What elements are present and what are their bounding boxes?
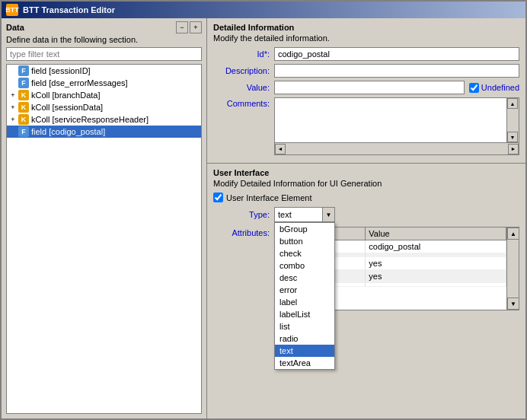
- window-title: BTT Transaction Editor: [23, 5, 115, 14]
- tree-badge-f: F: [18, 78, 29, 88]
- dropdown-item-text[interactable]: text: [275, 345, 334, 357]
- tree-badge-f: F: [18, 126, 29, 137]
- comments-textarea[interactable]: [274, 97, 507, 143]
- attributes-scrollbar: ▲ ▼: [506, 228, 519, 310]
- value-label: Value:: [213, 83, 274, 92]
- type-display[interactable]: text ▼: [274, 207, 335, 222]
- dropdown-item-check[interactable]: check: [275, 247, 334, 259]
- dropdown-item-textarea[interactable]: textArea: [275, 357, 334, 369]
- tree-item[interactable]: + K kColl [serviceResponseHeader]: [7, 113, 201, 126]
- section-description: Modify the detailed information.: [213, 33, 519, 43]
- tree-item[interactable]: + K kColl [branchData]: [7, 89, 201, 101]
- scroll-down-button[interactable]: ▼: [507, 132, 518, 142]
- scroll-left-button[interactable]: ◄: [275, 144, 286, 154]
- id-label: Id*:: [213, 49, 274, 59]
- tree-item-label: kColl [serviceResponseHeader]: [31, 115, 149, 124]
- dropdown-item-labellist[interactable]: labelList: [275, 308, 334, 320]
- attr-value: yes: [366, 257, 506, 270]
- attr-value: yes: [366, 270, 506, 283]
- ui-element-checkbox[interactable]: [213, 192, 223, 202]
- tree-badge-f: F: [18, 65, 29, 76]
- scroll-track: [507, 109, 519, 132]
- attr-value: codigo_postal: [366, 240, 506, 253]
- undefined-checkbox-label[interactable]: Undefined: [469, 83, 519, 93]
- value-input[interactable]: [274, 81, 465, 94]
- collapse-button[interactable]: −: [176, 21, 188, 33]
- attr-scroll-down[interactable]: ▼: [507, 298, 519, 310]
- tree-badge-k: K: [18, 90, 29, 100]
- undefined-label: Undefined: [481, 83, 519, 92]
- tree-expander: [8, 78, 18, 88]
- undefined-checkbox[interactable]: [469, 83, 479, 93]
- main-content: Data − + Define data in the following se…: [2, 18, 525, 418]
- comments-scrollbar: ▲ ▼: [507, 97, 519, 143]
- description-input[interactable]: [274, 64, 519, 78]
- dropdown-item-desc[interactable]: desc: [275, 272, 334, 284]
- ui-section-description: Modify Detailed Information for UI Gener…: [213, 179, 519, 188]
- attributes-row: Attributes: Attribute Value: [213, 227, 519, 414]
- tree-expander: [8, 127, 18, 136]
- app-icon: BTT: [6, 4, 18, 16]
- tree-item-label: field [sessionID]: [31, 66, 91, 75]
- tree-item-label: field [dse_errorMessages]: [31, 78, 128, 88]
- panel-icon-group: − +: [176, 21, 202, 33]
- ui-section-title: User Interface: [213, 168, 519, 177]
- expand-button[interactable]: +: [190, 21, 202, 33]
- ui-section: User Interface Modify Detailed Informati…: [207, 164, 525, 418]
- section-title: Detailed Information: [213, 23, 519, 32]
- type-value: text: [275, 210, 322, 219]
- tree-badge-k: K: [18, 102, 29, 113]
- app-icon-text: BTT: [5, 6, 19, 14]
- tree-expander[interactable]: +: [8, 91, 18, 100]
- attr-scroll-track: [507, 240, 519, 298]
- dropdown-item-combo[interactable]: combo: [275, 259, 334, 272]
- comments-label: Comments:: [213, 97, 274, 108]
- filter-input[interactable]: [6, 47, 202, 61]
- tree-item-selected[interactable]: F field [codigo_postal]: [7, 126, 201, 138]
- ui-element-label: User Interface Element: [226, 193, 312, 202]
- tree-item[interactable]: + K kColl [sessionData]: [7, 101, 201, 113]
- type-select-wrapper: text ▼ bGroup button check combo desc er…: [274, 207, 335, 222]
- dropdown-item-radio[interactable]: radio: [275, 332, 334, 345]
- id-input[interactable]: [274, 47, 519, 61]
- tree-expander: [8, 66, 18, 75]
- tree-expander[interactable]: +: [8, 115, 18, 124]
- comments-outer: ▲ ▼ ◄ ►: [274, 97, 519, 155]
- tree-item[interactable]: F field [sessionID]: [7, 65, 201, 77]
- panel-header: Data − +: [2, 18, 206, 35]
- description-row: Description:: [213, 64, 519, 78]
- dropdown-item-button[interactable]: button: [275, 235, 334, 247]
- scroll-right-button[interactable]: ►: [508, 144, 519, 154]
- tree-container: F field [sessionID] F field [dse_errorMe…: [6, 64, 202, 414]
- comments-row: Comments: ▲ ▼ ◄: [213, 97, 519, 155]
- panel-title: Data: [6, 23, 24, 32]
- main-window: BTT BTT Transaction Editor Data − + Defi…: [0, 0, 527, 420]
- panel-description: Define data in the following section.: [2, 35, 206, 47]
- tree-item-label: kColl [branchData]: [31, 91, 101, 100]
- type-dropdown-menu: bGroup button check combo desc error lab…: [274, 222, 335, 370]
- type-row: Type: text ▼ bGroup button check combo: [213, 207, 519, 222]
- ui-checkbox-row: User Interface Element: [213, 192, 519, 202]
- detailed-info-section: Detailed Information Modify the detailed…: [207, 18, 525, 164]
- description-label: Description:: [213, 66, 274, 75]
- dropdown-item-error[interactable]: error: [275, 284, 334, 296]
- comments-hscrollbar: ◄ ►: [274, 143, 519, 155]
- attr-value: [366, 283, 506, 287]
- tree-item[interactable]: F field [dse_errorMessages]: [7, 77, 201, 89]
- scroll-up-button[interactable]: ▲: [507, 98, 518, 109]
- dropdown-item-label[interactable]: label: [275, 296, 334, 308]
- tree-item-label: kColl [sessionData]: [31, 103, 103, 112]
- dropdown-item-bgroup[interactable]: bGroup: [275, 223, 334, 235]
- tree-item-label: field [codigo_postal]: [31, 127, 105, 136]
- tree-badge-k: K: [18, 114, 29, 125]
- comments-inner: ▲ ▼: [274, 97, 519, 143]
- dropdown-item-list[interactable]: list: [275, 320, 334, 332]
- col-value: Value: [366, 228, 506, 240]
- id-row: Id*:: [213, 47, 519, 61]
- left-panel: Data − + Define data in the following se…: [2, 18, 207, 418]
- right-panel: Detailed Information Modify the detailed…: [207, 18, 525, 418]
- tree-expander[interactable]: +: [8, 103, 18, 112]
- title-bar: BTT BTT Transaction Editor: [2, 2, 525, 18]
- attr-scroll-up[interactable]: ▲: [507, 228, 519, 240]
- type-dropdown-arrow[interactable]: ▼: [322, 208, 334, 221]
